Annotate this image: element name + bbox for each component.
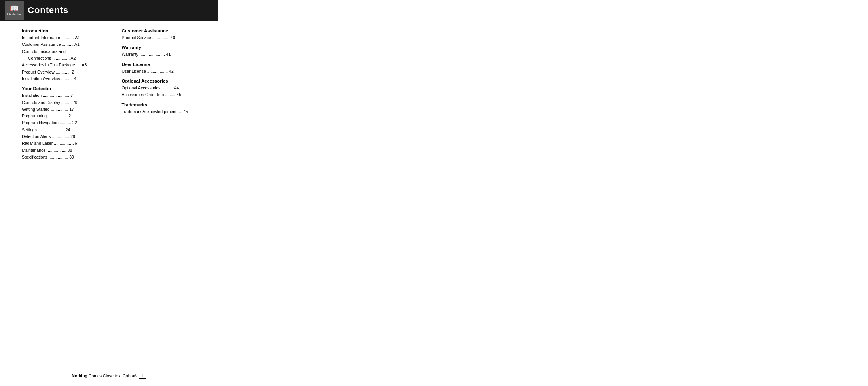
section-customer-assistance: Customer Assistance <box>122 28 206 33</box>
footer-trademark: ® <box>134 373 137 378</box>
introduction-icon-box: 📖 Introduction <box>5 1 24 20</box>
toc-item: Program Navigation .......... 22 <box>22 119 106 126</box>
toc-label: Maintenance ................. 38 <box>22 147 106 154</box>
toc-label: Settings ....................... 24 <box>22 127 106 133</box>
section-warranty: Warranty <box>122 45 206 50</box>
toc-label: User License .................. 42 <box>122 68 206 75</box>
toc-label: Trademark Acknowledgement .... 45 <box>122 108 206 115</box>
toc-label: Programming ................. 21 <box>22 113 106 119</box>
toc-label: Accessories In This Package .... A3 <box>22 62 106 68</box>
toc-item: Warranty ...................... 41 <box>122 51 206 58</box>
page-container: 📖 Introduction Contents Introduction Imp… <box>0 0 218 386</box>
toc-item: Product Overview ............. 2 <box>22 69 106 76</box>
section-trademarks: Trademarks <box>122 102 206 107</box>
toc-item: Radar and Laser ............... 36 <box>22 140 106 147</box>
toc-label: Installation Overview .......... 4 <box>22 76 106 82</box>
page-title: Contents <box>28 5 68 15</box>
toc-label: Controls and Display .......... 15 <box>22 99 106 106</box>
toc-item: Detection Alerts ............... 29 <box>22 133 106 140</box>
toc-item: Maintenance ................. 38 <box>22 147 106 154</box>
toc-item: Settings ....................... 24 <box>22 127 106 133</box>
toc-item: Controls, Indicators and <box>22 48 106 55</box>
toc-label: Getting Started ............... 17 <box>22 106 106 113</box>
toc-label: Important Information .......... A1 <box>22 34 106 41</box>
right-column: Customer Assistance Product Service ....… <box>122 28 206 161</box>
toc-label: Connections ............... A2 <box>28 55 106 62</box>
toc-label: Warranty ...................... 41 <box>122 51 206 58</box>
introduction-label: Introduction <box>7 13 22 16</box>
footer-rest: Comes Close to a Cobra <box>87 373 134 378</box>
footer-text: Nothing Comes Close to a Cobra® <box>72 373 137 378</box>
toc-item: Optional Accessories .......... 44 <box>122 85 206 91</box>
toc-item: Customer Assistance .......... A1 <box>22 41 106 48</box>
toc-item: Getting Started ............... 17 <box>22 106 106 113</box>
toc-label: Detection Alerts ............... 29 <box>22 133 106 140</box>
footer: Nothing Comes Close to a Cobra® 1 <box>0 373 218 379</box>
content-area: Introduction Important Information .....… <box>0 21 218 168</box>
section-introduction: Introduction <box>22 28 106 33</box>
toc-item: Installation Overview .......... 4 <box>22 76 106 82</box>
toc-item: Installation ....................... 7 <box>22 92 106 99</box>
toc-item: Trademark Acknowledgement .... 45 <box>122 108 206 115</box>
toc-item: Product Service ............... 40 <box>122 34 206 41</box>
toc-item: Accessories Order Info ......... 45 <box>122 91 206 98</box>
section-user-license: User License <box>122 62 206 67</box>
toc-item: User License .................. 42 <box>122 68 206 75</box>
footer-box: Nothing Comes Close to a Cobra® 1 <box>72 373 146 379</box>
toc-label: Product Overview ............. 2 <box>22 69 106 76</box>
toc-label: Program Navigation .......... 22 <box>22 119 106 126</box>
footer-nothing: Nothing <box>72 373 87 378</box>
toc-label: Installation ....................... 7 <box>22 92 106 99</box>
toc-item: Important Information .......... A1 <box>22 34 106 41</box>
toc-label: Optional Accessories .......... 44 <box>122 85 206 91</box>
toc-item: Specifications ................. 39 <box>22 154 106 161</box>
left-column: Introduction Important Information .....… <box>22 28 106 161</box>
toc-label: Specifications ................. 39 <box>22 154 106 161</box>
toc-item: Accessories In This Package .... A3 <box>22 62 106 68</box>
toc-item: Controls and Display .......... 15 <box>22 99 106 106</box>
section-optional-accessories: Optional Accessories <box>122 79 206 83</box>
toc-label: Radar and Laser ............... 36 <box>22 140 106 147</box>
section-your-detector: Your Detector <box>22 86 106 91</box>
toc-item: Programming ................. 21 <box>22 113 106 119</box>
page-number: 1 <box>139 373 146 379</box>
book-icon: 📖 <box>10 4 19 13</box>
toc-item: Connections ............... A2 <box>22 55 106 62</box>
header-bar: 📖 Introduction Contents <box>0 0 218 21</box>
toc-label: Accessories Order Info ......... 45 <box>122 91 206 98</box>
toc-label: Product Service ............... 40 <box>122 34 206 41</box>
toc-label: Controls, Indicators and <box>22 48 106 55</box>
toc-label: Customer Assistance .......... A1 <box>22 41 106 48</box>
